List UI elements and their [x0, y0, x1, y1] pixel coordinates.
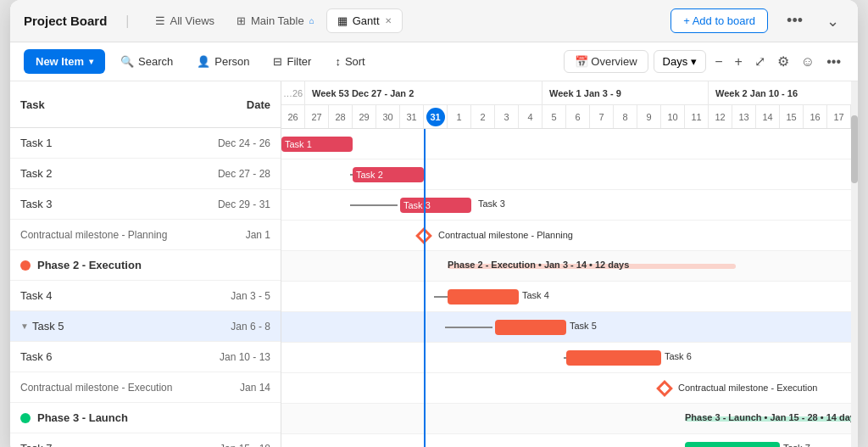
expand-chart-button[interactable]: ⤢: [751, 50, 769, 73]
day-cell: 3: [495, 105, 519, 128]
main-content: Task Date Task 1 Dec 24 - 26 Task 2 Dec …: [10, 81, 858, 447]
day-cell: 2: [471, 105, 495, 128]
tab-gantt[interactable]: ▦ Gantt ✕: [326, 8, 403, 33]
gantt-row-selected: Task 5: [281, 312, 851, 343]
sort-button[interactable]: ↕ Sort: [326, 50, 373, 73]
more-options-button[interactable]: •••: [782, 8, 808, 33]
week-header-row: …26 Week 53 Dec 27 - Jan 2 Week 1 Jan 3 …: [281, 81, 851, 105]
close-icon[interactable]: ✕: [385, 16, 392, 25]
task-name: Task 1: [20, 137, 203, 149]
day-header-row: 26 27 28 29 30 31 31 1 2: [281, 105, 851, 128]
add-board-button[interactable]: + Add to board: [670, 8, 768, 33]
table-row[interactable]: Task 1 Dec 24 - 26: [10, 128, 281, 159]
bar-label-outside: Task 5: [570, 321, 597, 331]
expand-button[interactable]: ⌄: [821, 8, 844, 34]
task-name: Task 6: [20, 350, 203, 363]
day-cell: 15: [780, 105, 804, 128]
today-marker: 31: [426, 108, 445, 126]
more-chart-button[interactable]: •••: [823, 51, 844, 73]
zoom-out-button[interactable]: −: [711, 53, 726, 71]
bar-label-outside: Task 4: [522, 290, 549, 300]
day-cell: 11: [685, 105, 709, 128]
day-cell: 27: [305, 105, 329, 128]
task-list: Task Date Task 1 Dec 24 - 26 Task 2 Dec …: [10, 81, 281, 447]
sort-icon: ↕: [335, 55, 341, 68]
table-row[interactable]: Task 6 Jan 10 - 13: [10, 342, 281, 372]
days-selector[interactable]: Days ▾: [654, 50, 707, 73]
task-date: Dec 24 - 26: [203, 137, 270, 149]
task-date: Jan 6 - 8: [203, 321, 270, 332]
emoji-button[interactable]: ☺: [798, 51, 818, 73]
gantt-row: Task 3 Task 3: [281, 190, 851, 221]
filter-button[interactable]: ⊟ Filter: [264, 50, 320, 73]
table-icon: ⊞: [236, 14, 246, 27]
gantt-rows: Task 1 Task 2: [281, 129, 851, 447]
gantt-bar-task6[interactable]: [566, 350, 661, 366]
gantt-row: Task 6: [281, 343, 851, 373]
dep-arrow: [445, 327, 492, 328]
task-date: Jan 1: [203, 229, 270, 241]
bar-label-outside: Task 7: [783, 443, 810, 447]
date-col-header: Date: [194, 98, 270, 111]
table-row[interactable]: Task 7 Jan 15 - 18: [10, 433, 281, 447]
bar-label: Task 1: [285, 139, 312, 149]
milestone-diamond-exec: [656, 380, 673, 397]
tab-group: ☰ All Views ⊞ Main Table ⌂ ▦ Gantt ✕: [145, 8, 403, 33]
zoom-in-button[interactable]: +: [732, 53, 746, 71]
phase-name: Phase 3 - Launch: [37, 411, 270, 424]
scrollbar-track[interactable]: [851, 81, 858, 447]
gantt-bar-task7[interactable]: [685, 442, 780, 447]
scrollbar-thumb[interactable]: [851, 115, 858, 183]
day-cell: 8: [614, 105, 637, 128]
search-button[interactable]: 🔍 Search: [112, 50, 181, 73]
dep-arrow: [350, 204, 398, 206]
day-cell: 16: [804, 105, 827, 128]
expand-icon: ▼: [20, 321, 29, 331]
person-icon: 👤: [197, 55, 210, 68]
gantt-bar-task5[interactable]: [495, 320, 566, 335]
toolbar: New Item ▾ 🔍 Search 👤 Person ⊟ Filter ↕ …: [10, 42, 858, 81]
task-name: Task 2: [20, 167, 203, 180]
phase-header-execution[interactable]: Phase 2 - Execution: [10, 250, 281, 281]
person-button[interactable]: 👤 Person: [188, 50, 258, 73]
gantt-icon: ▦: [337, 14, 348, 27]
overview-button[interactable]: 📅 Overview: [564, 50, 648, 73]
day-cell: 12: [709, 105, 732, 128]
table-row[interactable]: Contractual milestone - Planning Jan 1: [10, 220, 281, 250]
app-window: Project Board | ☰ All Views ⊞ Main Table…: [10, 0, 858, 447]
table-row[interactable]: Task 3 Dec 29 - 31: [10, 189, 281, 220]
gantt-header: …26 Week 53 Dec 27 - Jan 2 Week 1 Jan 3 …: [281, 81, 851, 129]
tab-all-views[interactable]: ☰ All Views: [145, 9, 225, 32]
titlebar: Project Board | ☰ All Views ⊞ Main Table…: [10, 0, 858, 42]
table-row[interactable]: Contractual milestone - Execution Jan 14: [10, 372, 281, 403]
calendar-icon: 📅: [575, 55, 588, 68]
phase-summary-label-launch: Phase 3 - Launch • Jan 15 - 28 • 14 days: [685, 412, 851, 422]
new-item-button[interactable]: New Item ▾: [24, 49, 105, 74]
table-row[interactable]: Task 4 Jan 3 - 5: [10, 281, 281, 311]
day-cell: 30: [376, 105, 400, 128]
tab-main-table[interactable]: ⊞ Main Table ⌂: [226, 9, 325, 32]
day-cell: 6: [566, 105, 590, 128]
gantt-bar-task1[interactable]: Task 1: [281, 137, 353, 152]
task-date: Dec 29 - 31: [203, 198, 270, 210]
gantt-bar-task3[interactable]: Task 3: [400, 198, 471, 213]
gantt-row: Task 4: [281, 282, 851, 312]
table-row[interactable]: ▼ Task 5 Jan 6 - 8: [10, 311, 281, 342]
task-name: Task 3: [20, 198, 203, 210]
week1-label: Week 1 Jan 3 - 9: [542, 81, 709, 104]
gantt-bar-task2[interactable]: Task 2: [353, 167, 424, 182]
day-cell: 1: [448, 105, 471, 128]
search-icon: 🔍: [120, 55, 134, 68]
day-cell: 17: [827, 105, 851, 128]
table-row[interactable]: Task 2 Dec 27 - 28: [10, 159, 281, 189]
day-cell: 5: [542, 105, 566, 128]
gantt-inner: …26 Week 53 Dec 27 - Jan 2 Week 1 Jan 3 …: [281, 81, 851, 447]
day-cell: 31: [400, 105, 424, 128]
gantt-chart-area[interactable]: …26 Week 53 Dec 27 - Jan 2 Week 1 Jan 3 …: [281, 81, 851, 447]
settings-button[interactable]: ⚙: [774, 50, 793, 73]
phase-header-launch[interactable]: Phase 3 - Launch: [10, 403, 281, 433]
task-name: Task 4: [20, 289, 203, 302]
app-title: Project Board: [24, 14, 107, 28]
gantt-bar-task4[interactable]: [448, 289, 519, 305]
milestone-name: Contractual milestone - Planning: [20, 229, 203, 241]
